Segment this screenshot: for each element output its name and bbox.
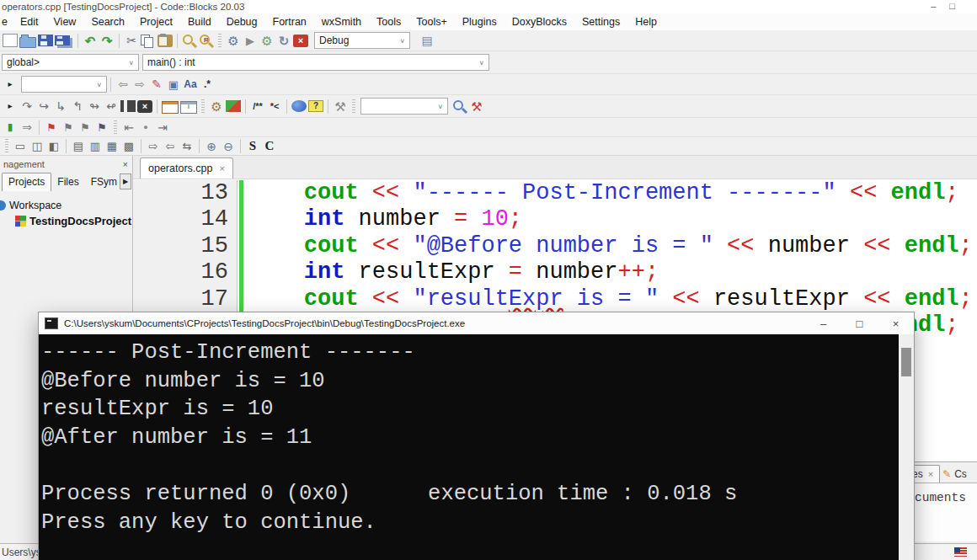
doxywizard-icon[interactable] (226, 100, 241, 112)
view-normal-icon[interactable]: ▭ (13, 138, 28, 155)
paste-icon[interactable] (157, 35, 173, 47)
run-to-cursor-icon[interactable]: ↪ (36, 98, 51, 115)
symbols-c-icon[interactable]: C (262, 138, 277, 155)
line-number[interactable]: 15 (133, 233, 237, 259)
toolbar-overflow-icon[interactable]: ▸ (3, 76, 18, 93)
menu-item-debug[interactable]: Debug (219, 13, 265, 30)
match-case-icon[interactable]: Aa (183, 76, 198, 93)
menu-item-build[interactable]: Build (180, 13, 219, 30)
thread-search-icon[interactable] (452, 99, 467, 114)
editor-tab-operators[interactable]: operators.cpp × (140, 157, 233, 179)
compiler-log-icon[interactable]: ▤ (419, 32, 435, 49)
debug-continue-icon[interactable]: ▮ (3, 119, 18, 136)
doxyblocks-extract-icon[interactable]: ⚙ (209, 98, 224, 115)
clear-bookmarks-icon[interactable]: ⚑ (94, 119, 109, 136)
split-vertical-icon[interactable]: ◧ (46, 138, 61, 155)
menu-item-tools[interactable]: Tools+ (408, 13, 454, 30)
thread-search-options-icon[interactable]: ⚒ (469, 98, 484, 115)
tab-files[interactable]: Files (51, 173, 84, 191)
menu-item-wxsmith[interactable]: wxSmith (314, 13, 369, 30)
run-icon[interactable]: ▶ (243, 32, 258, 49)
selected-only-icon[interactable]: ▣ (166, 76, 181, 93)
swap-views-icon[interactable]: ⇆ (179, 138, 195, 155)
close-icon[interactable]: × (219, 163, 224, 173)
console-title-bar[interactable]: C:\Users\yskum\Documents\CProjects\Testi… (39, 312, 914, 334)
split-horizontal-icon[interactable]: ◫ (29, 138, 45, 155)
step-into-instruction-icon[interactable]: ↫ (104, 98, 119, 115)
code-line[interactable]: int number = 10; (249, 206, 977, 232)
info-windows-icon[interactable]: i (180, 101, 197, 114)
menu-item-project[interactable]: Project (132, 13, 180, 30)
new-file-icon[interactable] (3, 34, 18, 47)
next-bookmark-icon[interactable]: ⚑ (77, 119, 93, 136)
title-bar[interactable]: operators.cpp [TestingDocsProject] - Cod… (0, 0, 977, 13)
next-instruction-icon[interactable]: ↬ (87, 98, 102, 115)
jump-point-icon[interactable]: ● (138, 119, 153, 136)
step-out-icon[interactable]: ↰ (70, 98, 85, 115)
regex-icon[interactable]: .* (200, 76, 215, 93)
step-into-icon[interactable]: ↳ (53, 98, 68, 115)
tree-item-workspace[interactable]: Workspace (0, 197, 132, 213)
focus-prev-icon[interactable]: ⇦ (163, 138, 178, 155)
line-number[interactable]: 16 (133, 259, 237, 285)
zoom-in-icon[interactable]: ⊕ (204, 138, 219, 155)
rebuild-icon[interactable]: ↻ (276, 32, 291, 49)
copy-icon[interactable] (141, 35, 156, 47)
symbols-s-icon[interactable]: S (245, 138, 260, 155)
console-close-button[interactable]: × (878, 312, 914, 334)
line-number[interactable]: 13 (133, 180, 237, 206)
tab-overflow-button[interactable]: ▶ (120, 173, 131, 189)
search-prev-icon[interactable]: ⇦ (115, 76, 131, 93)
console-scrollbar[interactable] (899, 334, 914, 560)
run-to-cursor2-icon[interactable]: ⇒ (19, 119, 35, 136)
console-scrollbar-thumb[interactable] (901, 348, 911, 376)
line-number[interactable]: 14 (133, 206, 237, 232)
thread-search-combo[interactable]: ∨ (360, 98, 448, 115)
close-icon[interactable]: × (123, 159, 128, 169)
code-line[interactable]: cout << "------ Post-Increment -------" … (249, 180, 977, 206)
console-maximize-button[interactable]: □ (841, 312, 878, 334)
menu-item-tools[interactable]: Tools (369, 13, 408, 30)
cut-icon[interactable]: ✂ (124, 32, 139, 49)
pane-top-icon[interactable]: ▤ (71, 138, 86, 155)
console-window[interactable]: C:\Users\yskum\Documents\CProjects\Testi… (38, 312, 915, 560)
menu-item-fortran[interactable]: Fortran (265, 13, 314, 30)
close-icon[interactable]: × (928, 469, 933, 479)
help-icon[interactable] (291, 100, 307, 112)
menu-item-help[interactable]: Help (627, 13, 665, 30)
doxy-line-comment-icon[interactable]: *< (267, 98, 282, 115)
prev-bookmark-icon[interactable]: ⚑ (61, 119, 76, 136)
tab-fsymbols[interactable]: FSym (85, 173, 123, 191)
build-icon[interactable]: ⚙ (226, 32, 241, 49)
abort-icon[interactable]: × (293, 35, 308, 47)
build-and-run-icon[interactable]: ⚙ (259, 32, 275, 49)
code-line[interactable]: int resultExpr = number++; (249, 259, 977, 285)
pane-right-icon[interactable]: ▦ (104, 138, 120, 155)
menu-item-search[interactable]: Search (83, 13, 132, 30)
menu-item-plugins[interactable]: Plugins (455, 13, 505, 30)
debugging-windows-icon[interactable] (162, 101, 179, 114)
menu-item-edit[interactable]: Edit (13, 13, 46, 30)
step-over-icon[interactable]: ↷ (19, 98, 35, 115)
open-file-icon[interactable] (19, 37, 36, 48)
menu-item-settings[interactable]: Settings (574, 13, 627, 30)
redo-icon[interactable]: ↷ (99, 32, 115, 49)
pane-left-icon[interactable]: ▥ (88, 138, 103, 155)
save-all-icon[interactable] (55, 35, 70, 45)
search-next-icon[interactable]: ⇨ (132, 76, 147, 93)
jump-forward-icon[interactable]: ⇥ (155, 119, 170, 136)
toolbar-overflow-icon[interactable]: ▸ (3, 98, 18, 115)
doxy-block-comment-icon[interactable]: /** (250, 98, 265, 115)
tab-projects[interactable]: Projects (2, 173, 51, 191)
replace-icon[interactable]: R (199, 34, 214, 48)
focus-next-icon[interactable]: ⇨ (146, 138, 161, 155)
pause-debugger-icon[interactable] (120, 100, 136, 112)
context-help-icon[interactable]: ? (308, 100, 323, 112)
menu-item-e[interactable]: e (0, 13, 13, 30)
menu-item-view[interactable]: View (46, 13, 84, 30)
function-combo[interactable]: main() : int∨ (142, 54, 489, 71)
tools-wrench-icon[interactable]: ⚒ (333, 98, 348, 115)
build-target-combo[interactable]: Debug∨ (314, 32, 410, 49)
toggle-bookmark-icon[interactable]: ⚑ (44, 119, 59, 136)
code-line[interactable]: cout << "@Before number is = " << number… (249, 233, 977, 259)
